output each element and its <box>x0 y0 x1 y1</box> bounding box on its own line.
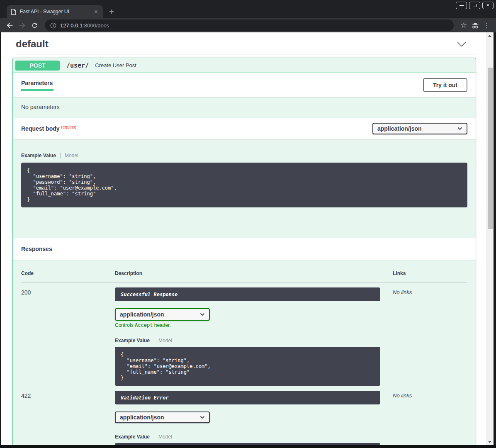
browser-tab[interactable]: Fast API - Swagger UI ✕ <box>7 5 103 18</box>
response-media-type-select[interactable]: application/json <box>115 411 210 423</box>
tag-section-header[interactable]: default <box>1 32 486 50</box>
tab-model[interactable]: Model <box>158 338 172 343</box>
note-suffix: header. <box>153 322 170 328</box>
tab-close-icon[interactable]: ✕ <box>93 9 99 15</box>
example-model-tabs: Example Value Model <box>21 153 467 158</box>
select-chevron-icon <box>200 313 205 316</box>
request-media-type-select[interactable]: application/json <box>372 123 467 134</box>
tag-title: default <box>16 38 49 50</box>
back-arrow-icon <box>6 22 13 29</box>
select-chevron-icon <box>457 127 462 130</box>
bookmark-star-button[interactable]: ☆ <box>458 19 469 31</box>
menu-dots-icon: ⋮ <box>484 22 490 29</box>
note-prefix: Controls <box>115 322 135 328</box>
endpoint-path: /user/ <box>66 62 89 69</box>
forward-arrow-icon <box>19 22 26 29</box>
response-description-cell: Validation Error application/json Exampl… <box>115 391 393 448</box>
select-chevron-icon <box>200 416 205 419</box>
close-button[interactable]: ✕ <box>482 2 494 9</box>
response-media-type-value: application/json <box>120 414 164 421</box>
request-body-title: Request body <box>21 125 60 132</box>
page-favicon-icon <box>11 9 16 15</box>
response-description-cell: Successful Response application/json Con… <box>115 287 393 386</box>
required-badge: required <box>61 125 77 129</box>
try-it-out-button[interactable]: Try it out <box>423 78 467 92</box>
url-host: 127.0.0.1 <box>60 22 83 29</box>
opblock-summary[interactable]: POST /user/ Create User Post <box>13 58 476 73</box>
tab-model[interactable]: Model <box>65 153 78 158</box>
response-example-code: { "username": "string", "email": "user@e… <box>115 347 380 386</box>
maximize-button[interactable] <box>469 2 480 9</box>
column-links: Links <box>393 270 467 276</box>
back-button[interactable] <box>3 19 16 31</box>
reload-button[interactable] <box>28 19 41 31</box>
response-description: Successful Response <box>115 287 380 301</box>
column-description: Description <box>115 270 393 276</box>
response-description: Validation Error <box>115 391 380 404</box>
browser-menu-button[interactable]: ⋮ <box>481 19 493 31</box>
tab-example-value[interactable]: Example Value <box>21 153 56 158</box>
url-text: 127.0.0.1:8000/docs <box>60 22 109 29</box>
scrollbar-thumb[interactable] <box>488 68 493 229</box>
request-body-header: Request bodyrequired application/json <box>13 118 476 139</box>
page-content: default POST /user/ Create User Post Par… <box>0 32 496 448</box>
example-model-tabs: Example Value Model <box>115 338 393 343</box>
request-example-area: Example Value Model { "username": "strin… <box>13 139 476 238</box>
minimize-button[interactable] <box>456 2 467 9</box>
controls-accept-note: Controls Accept header. <box>115 322 393 328</box>
tab-strip: ✕ Fast API - Swagger UI ✕ + <box>0 0 496 18</box>
tab-separator <box>154 338 154 343</box>
no-parameters-message: No parameters <box>13 97 476 118</box>
window-edge-right <box>494 32 496 448</box>
address-bar[interactable]: 127.0.0.1:8000/docs <box>45 19 454 31</box>
response-code: 200 <box>21 287 115 296</box>
response-row-200: 200 Successful Response application/json… <box>21 282 467 386</box>
tab-separator <box>60 153 61 158</box>
chevron-down-icon[interactable] <box>457 41 466 47</box>
request-media-type-value: application/json <box>377 125 422 132</box>
scrollbar-up-arrow[interactable] <box>486 32 494 39</box>
tab-separator <box>154 434 154 440</box>
responses-title: Responses <box>21 246 52 252</box>
responses-table: Code Description Links 200 Successful Re… <box>13 260 476 448</box>
endpoint-summary: Create User Post <box>95 62 136 68</box>
window-edge-left <box>0 32 1 448</box>
example-model-tabs: Example Value Model <box>115 434 393 440</box>
request-body-label-group: Request bodyrequired <box>21 125 76 132</box>
site-info-icon[interactable] <box>50 22 56 29</box>
page-scrollbar[interactable] <box>486 32 494 445</box>
tab-example-value[interactable]: Example Value <box>115 434 150 440</box>
response-links: No links <box>393 391 467 399</box>
response-links: No links <box>393 287 467 295</box>
incognito-indicator[interactable] <box>469 19 481 31</box>
forward-button[interactable] <box>16 19 28 31</box>
window-edge-bottom <box>0 445 496 448</box>
close-icon: ✕ <box>486 3 489 7</box>
responses-header: Responses <box>13 238 476 260</box>
parameters-header: Parameters Try it out <box>13 73 476 97</box>
window-controls: ✕ <box>456 2 494 9</box>
reload-icon <box>31 22 38 29</box>
scrollbar-down-arrow[interactable] <box>486 438 494 445</box>
tab-model[interactable]: Model <box>158 434 172 440</box>
response-media-type-value: application/json <box>120 311 164 318</box>
note-header-name: Accept <box>135 322 153 328</box>
new-tab-button[interactable]: + <box>106 6 117 17</box>
method-badge: POST <box>15 61 60 71</box>
tab-title: Fast API - Swagger UI <box>20 9 93 15</box>
column-code: Code <box>21 270 115 276</box>
minimize-icon <box>460 5 464 6</box>
star-icon: ☆ <box>460 22 467 29</box>
maximize-icon <box>473 4 477 7</box>
response-code: 422 <box>21 391 115 399</box>
response-row-422: 422 Validation Error application/json Ex… <box>21 386 467 448</box>
browser-window: ✕ Fast API - Swagger UI ✕ + <box>0 0 496 448</box>
parameters-tab[interactable]: Parameters <box>21 80 53 91</box>
tab-example-value[interactable]: Example Value <box>115 338 150 343</box>
incognito-icon <box>471 22 479 29</box>
response-media-type-select[interactable]: application/json <box>115 308 210 321</box>
triangle-down-icon <box>488 441 491 443</box>
triangle-up-icon <box>488 35 491 37</box>
request-example-code: { "username": "string", "password": "str… <box>21 163 467 207</box>
responses-table-header: Code Description Links <box>21 270 467 276</box>
